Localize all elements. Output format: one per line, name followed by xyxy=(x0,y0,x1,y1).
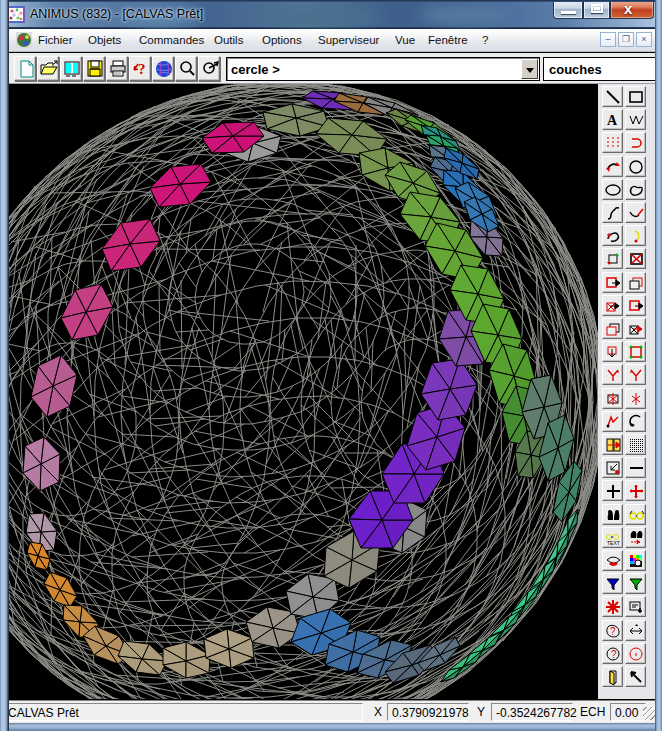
svg-text:?: ? xyxy=(611,649,617,660)
svg-text:?: ? xyxy=(138,61,146,77)
svg-text:A: A xyxy=(607,113,618,128)
svg-text:?: ? xyxy=(610,626,616,637)
svg-text:TEXT: TEXT xyxy=(607,540,620,546)
